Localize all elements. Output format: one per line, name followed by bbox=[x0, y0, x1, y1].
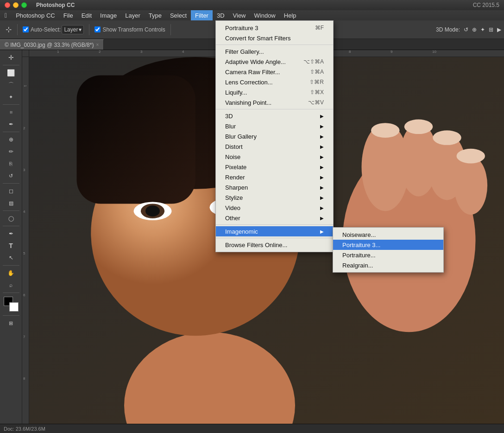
tab-close-button[interactable]: × bbox=[96, 42, 99, 47]
menu-view[interactable]: View bbox=[229, 10, 250, 20]
tool-sep4 bbox=[3, 183, 19, 184]
imagenomic-portraiture[interactable]: Portraiture... bbox=[333, 250, 443, 260]
menu-layer[interactable]: Layer bbox=[121, 10, 145, 20]
minimize-button[interactable] bbox=[13, 2, 19, 8]
3d-icon4[interactable]: ⊞ bbox=[489, 26, 493, 33]
imagenomic-realgrain[interactable]: Realgrain... bbox=[333, 260, 443, 270]
hand-tool[interactable]: ✋ bbox=[6, 267, 17, 279]
filter-menu-blur[interactable]: Blur ▶ bbox=[216, 121, 333, 131]
gradient-tool[interactable]: ▨ bbox=[6, 197, 17, 209]
ruler-v-2: 2 bbox=[23, 127, 25, 130]
menu-window[interactable]: Window bbox=[250, 10, 280, 20]
filter-menu-lens[interactable]: Lens Correction... ⇧⌘R bbox=[216, 77, 333, 87]
history-brush-tool[interactable]: ↺ bbox=[6, 170, 17, 181]
menu-type[interactable]: Type bbox=[145, 10, 166, 20]
ruler-v-5: 5 bbox=[23, 252, 25, 255]
imagenomic-noiseware[interactable]: Noiseware... bbox=[333, 229, 443, 240]
filter-menu-distort[interactable]: Distort ▶ bbox=[216, 141, 333, 152]
svg-point-7 bbox=[145, 205, 160, 216]
ruler-h-10: 10 bbox=[432, 50, 436, 54]
filter-menu-adaptive[interactable]: Adaptive Wide Angle... ⌥⇧⌘A bbox=[216, 57, 333, 67]
3d-icon1[interactable]: ↺ bbox=[464, 26, 468, 33]
move-tool[interactable]: ✛ bbox=[6, 52, 17, 63]
magic-wand-tool[interactable]: ✦ bbox=[6, 91, 17, 102]
filter-menu-imagenomic[interactable]: Imagenomic ▶ bbox=[216, 226, 333, 236]
rect-select-tool[interactable]: ⬜ bbox=[6, 67, 17, 78]
ruler-h-1: 1 bbox=[57, 50, 59, 54]
filter-menu-stylize[interactable]: Stylize ▶ bbox=[216, 192, 333, 203]
filter-menu-liquify[interactable]: Liquify... ⇧⌘X bbox=[216, 87, 333, 97]
path-select-tool[interactable]: ↖ bbox=[6, 252, 17, 263]
filter-menu-video[interactable]: Video ▶ bbox=[216, 203, 333, 213]
eyedropper-tool[interactable]: ✒ bbox=[6, 119, 17, 130]
close-button[interactable] bbox=[5, 2, 10, 8]
filter-menu-convert-smart[interactable]: Convert for Smart Filters bbox=[216, 33, 333, 43]
move-tool-icon[interactable]: ⊹ bbox=[3, 24, 14, 35]
tab-filename: © IMG_0030.jpg @ 33.3% (RGB/8*) bbox=[5, 42, 94, 48]
tool-sep7 bbox=[3, 265, 19, 266]
filter-menu-gallery[interactable]: Filter Gallery... bbox=[216, 46, 333, 57]
menu-edit[interactable]: Edit bbox=[77, 10, 96, 20]
app-name: Photoshop CC bbox=[27, 2, 75, 8]
svg-point-17 bbox=[404, 119, 433, 134]
filter-menu-sharpen[interactable]: Sharpen ▶ bbox=[216, 182, 333, 192]
menu-filter[interactable]: Filter bbox=[191, 10, 213, 20]
filter-menu-3d[interactable]: 3D ▶ bbox=[216, 111, 333, 121]
menu-3d[interactable]: 3D bbox=[213, 10, 229, 20]
tool-sep9 bbox=[3, 315, 19, 316]
ruler-v-4: 4 bbox=[23, 210, 25, 214]
filter-menu-other[interactable]: Other ▶ bbox=[216, 213, 333, 223]
heal-tool[interactable]: ⊕ bbox=[6, 134, 17, 145]
filter-menu-portraiture3-top[interactable]: Portraiture 3 ⌘F bbox=[216, 23, 333, 33]
tool-separator bbox=[3, 65, 19, 65]
pen-tool[interactable]: ✒ bbox=[6, 228, 17, 239]
imagenomic-portraiture3[interactable]: Portraiture 3... bbox=[333, 240, 443, 250]
show-transform-checkbox[interactable] bbox=[94, 26, 101, 32]
filter-menu-camera-raw[interactable]: Camera Raw Filter... ⇧⌘A bbox=[216, 67, 333, 77]
toolbar-item: Auto-Select: Layer ▾ bbox=[21, 25, 86, 34]
menu-select[interactable]: Select bbox=[166, 10, 191, 20]
clone-tool[interactable]: ⎘ bbox=[6, 158, 17, 169]
filter-menu-vanishing[interactable]: Vanishing Point... ⌥⌘V bbox=[216, 97, 333, 108]
ruler-h-2: 2 bbox=[99, 50, 101, 54]
lasso-tool[interactable]: ⌒ bbox=[6, 79, 17, 90]
zoom-tool[interactable]: ⌕ bbox=[6, 280, 17, 291]
filter-menu-noise[interactable]: Noise ▶ bbox=[216, 152, 333, 162]
type-tool[interactable]: T bbox=[6, 240, 17, 251]
filter-menu-render[interactable]: Render ▶ bbox=[216, 172, 333, 182]
dodge-tool[interactable]: ◯ bbox=[6, 213, 17, 224]
menu-help[interactable]: Help bbox=[280, 10, 301, 20]
menu-photoshop[interactable]: Photoshop CC bbox=[12, 10, 59, 20]
filter-menu-pixelate[interactable]: Pixelate ▶ bbox=[216, 162, 333, 172]
layer-dropdown[interactable]: Layer ▾ bbox=[62, 25, 84, 34]
toolbox: ✛ ⬜ ⌒ ✦ ⌗ ✒ ⊕ ✏ ⎘ ↺ ◻ ▨ ◯ ✒ T ↖ ✋ ⌕ ⊞ bbox=[0, 50, 22, 424]
3d-icon3[interactable]: ✦ bbox=[480, 26, 485, 33]
active-tab[interactable]: © IMG_0030.jpg @ 33.3% (RGB/8*) × bbox=[0, 39, 104, 50]
title-bar: Photoshop CC CC 2015.5 bbox=[0, 0, 504, 10]
3d-icon2[interactable]: ⊕ bbox=[472, 26, 477, 33]
imagenomic-submenu[interactable]: Noiseware... Portraiture 3... Portraitur… bbox=[333, 227, 444, 273]
brush-tool[interactable]: ✏ bbox=[6, 146, 17, 157]
color-selector[interactable] bbox=[4, 297, 19, 312]
filter-menu-blur-gallery[interactable]: Blur Gallery ▶ bbox=[216, 131, 333, 141]
ruler-v-8: 8 bbox=[23, 377, 25, 381]
apple-menu[interactable]:  bbox=[0, 10, 12, 20]
eraser-tool[interactable]: ◻ bbox=[6, 185, 17, 197]
auto-select-checkbox[interactable] bbox=[23, 26, 29, 32]
menu-file[interactable]: File bbox=[59, 10, 77, 20]
ruler-h-8: 8 bbox=[349, 50, 351, 54]
menu-image[interactable]: Image bbox=[96, 10, 121, 20]
filter-menu-browse[interactable]: Browse Filters Online... bbox=[216, 240, 333, 250]
traffic-lights bbox=[0, 2, 27, 8]
filter-sep4 bbox=[216, 238, 333, 238]
crop-tool[interactable]: ⌗ bbox=[6, 107, 17, 118]
quick-mask-tool[interactable]: ⊞ bbox=[6, 318, 17, 329]
ruler-left: 1 2 3 4 5 6 7 8 bbox=[22, 57, 29, 424]
3d-icon5[interactable]: ▶ bbox=[497, 26, 501, 33]
filter-sep3 bbox=[216, 224, 333, 225]
toolbar-separator bbox=[17, 24, 18, 35]
maximize-button[interactable] bbox=[21, 2, 27, 8]
filter-menu[interactable]: Portraiture 3 ⌘F Convert for Smart Filte… bbox=[215, 20, 334, 252]
ruler-v-6: 6 bbox=[23, 293, 25, 297]
ruler-corner bbox=[22, 50, 29, 57]
